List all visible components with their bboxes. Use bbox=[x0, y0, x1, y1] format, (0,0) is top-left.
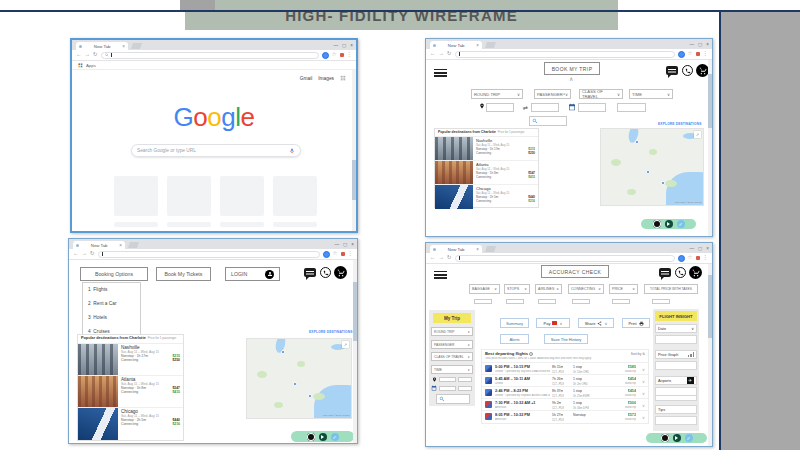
filter-value-box[interactable] bbox=[474, 299, 492, 304]
flight-row[interactable]: 2:46 PM – 8:23 PM United · Operated by R… bbox=[482, 386, 648, 398]
shortcut-tile[interactable] bbox=[114, 176, 158, 216]
explore-destinations-link[interactable]: EXPLORE DESTINATIONS bbox=[658, 122, 702, 126]
swap-icon[interactable]: ⇄ bbox=[523, 104, 528, 111]
expand-row-icon[interactable]: ∨ bbox=[642, 403, 645, 408]
bookmark-star-icon[interactable]: ☆ bbox=[688, 255, 693, 261]
shortcut-tile-partial[interactable] bbox=[167, 222, 211, 227]
close-tab-icon[interactable]: × bbox=[476, 247, 479, 252]
new-tab-button[interactable] bbox=[485, 246, 496, 252]
map-marker-chicago[interactable] bbox=[635, 140, 639, 144]
minimize-icon[interactable]: — bbox=[689, 246, 694, 251]
flight-row[interactable]: 5:45 AM – 10:11 AM United 7h 26m CLT–PDX… bbox=[482, 374, 648, 386]
google-search-input[interactable]: Search Google or type URL bbox=[131, 144, 301, 157]
summary-button[interactable]: Summary bbox=[500, 318, 529, 328]
gmail-link[interactable]: Gmail bbox=[300, 76, 313, 81]
filter-value-box[interactable] bbox=[506, 299, 524, 304]
filter-value-box[interactable] bbox=[572, 299, 590, 304]
insight-date-dropdown[interactable]: Date∨ bbox=[655, 324, 697, 333]
depart-date-input[interactable] bbox=[578, 103, 606, 112]
address-input[interactable] bbox=[455, 255, 675, 262]
back-icon[interactable]: ← bbox=[73, 251, 79, 257]
reload-icon[interactable]: ↻ bbox=[447, 255, 452, 261]
whatsapp-icon[interactable] bbox=[675, 267, 686, 278]
bookmark-star-icon[interactable]: ☆ bbox=[688, 51, 693, 57]
forward-icon[interactable]: → bbox=[439, 255, 445, 261]
address-input[interactable] bbox=[455, 51, 675, 58]
chat-icon[interactable] bbox=[304, 268, 316, 277]
pay-button[interactable]: Pay ∨ bbox=[536, 318, 570, 328]
class-of-travel-dropdown[interactable]: CLASS OF TRAVEL∨ bbox=[431, 352, 473, 361]
camera-action-icon[interactable] bbox=[653, 220, 661, 228]
forward-icon[interactable]: → bbox=[439, 51, 445, 57]
insight-tips[interactable]: Tips bbox=[655, 405, 697, 414]
whatsapp-icon[interactable] bbox=[682, 65, 693, 76]
shortcut-tile[interactable] bbox=[167, 176, 211, 216]
insight-empty-box[interactable] bbox=[655, 416, 697, 425]
chat-icon[interactable] bbox=[666, 66, 678, 75]
passenger-dropdown[interactable]: PASSENGER∨ bbox=[534, 89, 571, 99]
shortcut-tile-partial[interactable] bbox=[114, 222, 158, 227]
minimize-icon[interactable]: — bbox=[689, 42, 694, 47]
shortcut-tile[interactable] bbox=[220, 176, 264, 216]
price-filter[interactable]: PRICE∨ bbox=[609, 284, 638, 294]
camera-action-icon[interactable] bbox=[307, 433, 315, 441]
profile-avatar[interactable] bbox=[322, 52, 329, 59]
return-date-input[interactable] bbox=[458, 386, 472, 391]
camera-action-icon[interactable] bbox=[661, 434, 669, 442]
origin-input[interactable] bbox=[486, 103, 514, 112]
bookmark-star-icon[interactable]: ☆ bbox=[332, 52, 337, 58]
destination-input[interactable] bbox=[458, 377, 472, 382]
destination-row-chicago[interactable]: Chicago Sat, Aug 11 – Wed, Aug 15 Nonsto… bbox=[435, 185, 538, 209]
flight-search-box[interactable] bbox=[436, 394, 470, 404]
maximize-icon[interactable]: ▢ bbox=[698, 246, 702, 251]
hamburger-menu-icon[interactable] bbox=[434, 67, 447, 79]
destination-row-atlanta[interactable]: Atlanta Sat, Aug 11 – Wed, Aug 15 Nonsto… bbox=[435, 161, 538, 185]
insight-empty-box[interactable] bbox=[655, 335, 697, 344]
whatsapp-icon[interactable] bbox=[320, 267, 331, 278]
return-date-input[interactable] bbox=[617, 103, 646, 112]
close-icon[interactable]: × bbox=[706, 246, 709, 251]
close-icon[interactable]: × bbox=[350, 43, 353, 48]
close-tab-icon[interactable]: × bbox=[476, 43, 479, 48]
share-action-icon[interactable] bbox=[665, 220, 673, 228]
reload-icon[interactable]: ↻ bbox=[93, 52, 98, 58]
map-expand-icon[interactable]: ↗ bbox=[694, 131, 701, 138]
insight-price-graph[interactable]: Price Graph bbox=[655, 350, 697, 359]
option-hotels[interactable]: 3 Hotels bbox=[88, 315, 107, 320]
destinations-map[interactable]: ↗ Map data ©2018 Google bbox=[246, 338, 352, 419]
extension-icon[interactable] bbox=[340, 53, 344, 57]
map-marker-nashville[interactable] bbox=[293, 382, 297, 386]
profile-avatar[interactable] bbox=[678, 255, 685, 262]
maximize-icon[interactable]: ▢ bbox=[698, 42, 702, 47]
check-action-icon[interactable]: ✓ bbox=[677, 220, 685, 228]
shortcut-tile-partial[interactable] bbox=[220, 222, 264, 227]
flight-search-box[interactable] bbox=[529, 116, 567, 126]
destinations-map[interactable]: ↗ Map data ©2018 Google bbox=[600, 128, 704, 206]
browser-menu-icon[interactable]: ⋮ bbox=[347, 52, 353, 58]
expand-row-icon[interactable]: ∨ bbox=[642, 415, 645, 420]
filter-value-box[interactable] bbox=[538, 299, 556, 304]
flight-row[interactable]: 5:00 PM – 10:15 PM United · Operated by … bbox=[482, 362, 648, 374]
scrollbar[interactable] bbox=[352, 70, 356, 233]
extension-icon[interactable] bbox=[696, 256, 700, 260]
insight-empty-box[interactable] bbox=[655, 361, 697, 370]
check-action-icon[interactable]: ✓ bbox=[331, 433, 339, 441]
extension-icon[interactable] bbox=[341, 252, 345, 256]
profile-avatar[interactable] bbox=[323, 251, 330, 258]
expand-row-icon[interactable]: ∨ bbox=[642, 367, 645, 372]
cart-icon[interactable] bbox=[689, 266, 702, 279]
back-icon[interactable]: ← bbox=[430, 51, 436, 57]
expand-row-icon[interactable]: ∨ bbox=[642, 391, 645, 396]
passenger-dropdown[interactable]: PASSENGER∨ bbox=[431, 340, 473, 349]
new-tab-button[interactable] bbox=[485, 42, 496, 48]
browser-tab[interactable]: New Tab × bbox=[430, 41, 482, 49]
minimize-icon[interactable]: — bbox=[333, 43, 338, 48]
bookmark-star-icon[interactable]: ☆ bbox=[333, 251, 338, 257]
check-action-icon[interactable]: ✓ bbox=[685, 434, 693, 442]
map-marker-atlanta[interactable] bbox=[308, 394, 312, 398]
print-button[interactable]: Print bbox=[622, 318, 650, 328]
scrollbar[interactable] bbox=[708, 60, 712, 237]
browser-tab[interactable]: New Tab × bbox=[76, 42, 128, 50]
class-of-travel-dropdown[interactable]: CLASS OF TRAVEL∨ bbox=[579, 89, 623, 99]
connecting-filter[interactable]: CONNECTING∨ bbox=[568, 284, 604, 294]
